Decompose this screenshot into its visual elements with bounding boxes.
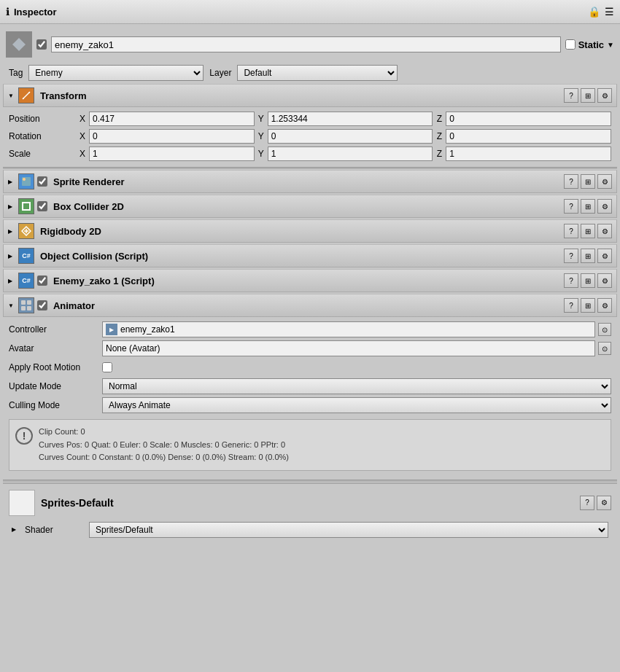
animator-title: Animator: [50, 300, 561, 311]
static-label: Static: [578, 39, 604, 50]
svg-rect-10: [21, 300, 26, 305]
rotation-x-input[interactable]: [89, 129, 255, 144]
animator-info-text: Clip Count: 0 Curves Pos: 0 Quat: 0 Eule…: [39, 426, 289, 464]
controller-dot-btn[interactable]: ⊙: [598, 323, 611, 336]
scale-label: Scale: [9, 149, 74, 159]
object-icon: [6, 31, 32, 58]
svg-rect-6: [23, 203, 30, 210]
avatar-dot-btn[interactable]: ⊙: [598, 342, 611, 355]
transform-collapse[interactable]: ▼: [8, 93, 14, 99]
object-collision-help-btn[interactable]: ?: [564, 249, 578, 263]
scale-z-input[interactable]: [446, 146, 611, 161]
sprites-help-btn[interactable]: ?: [580, 496, 594, 510]
animator-layout-btn[interactable]: ⊞: [581, 298, 595, 313]
sprites-gear-btn[interactable]: ⚙: [597, 496, 611, 510]
rigidbody-collapse[interactable]: ▶: [8, 228, 12, 235]
transform-help-btn[interactable]: ?: [564, 88, 578, 103]
static-dropdown-arrow[interactable]: ▼: [607, 41, 614, 49]
animator-icon: [18, 297, 34, 313]
enemy-script-gear-btn[interactable]: ⚙: [597, 273, 612, 288]
scale-y-input[interactable]: [268, 146, 433, 161]
scale-z-label: Z: [434, 149, 444, 159]
enemy-script-icon: C#: [18, 273, 34, 289]
rotation-y-label: Y: [256, 131, 266, 141]
box-collider-header: ▶ Box Collider 2D ? ⊞ ⚙: [3, 195, 617, 218]
animator-section: ▼ Animator ? ⊞ ⚙ Controller: [3, 294, 617, 478]
title-bar-left: ℹ Inspector: [6, 6, 57, 17]
animator-collapse[interactable]: ▼: [8, 302, 14, 309]
sprites-shader-row: ▶ Shader Sprites/Default: [6, 519, 614, 541]
sprite-renderer-header: ▶ Sprite Renderer ? ⊞ ⚙: [3, 170, 617, 193]
rotation-y-input[interactable]: [268, 129, 433, 144]
title-bar-right: 🔒 ☰: [588, 6, 614, 17]
info-line-1: Clip Count: 0: [39, 426, 289, 439]
title-bar: ℹ Inspector 🔒 ☰: [0, 0, 620, 24]
object-collision-gear-btn[interactable]: ⚙: [597, 249, 612, 263]
transform-title: Transform: [37, 90, 561, 101]
position-x-input[interactable]: [89, 112, 255, 126]
box-collider-icon: [18, 198, 34, 214]
scale-y-label: Y: [256, 149, 266, 159]
info-line-3: Curves Count: 0 Constant: 0 (0.0%) Dense…: [39, 451, 289, 464]
sprite-renderer-checkbox[interactable]: [37, 176, 47, 187]
sprite-renderer-gear-btn[interactable]: ⚙: [597, 174, 612, 189]
enemy-script-help-btn[interactable]: ?: [564, 273, 578, 288]
box-collider-layout-btn[interactable]: ⊞: [581, 199, 595, 214]
rotation-z-label: Z: [434, 131, 444, 141]
rigidbody-layout-btn[interactable]: ⊞: [581, 224, 595, 238]
object-name-input[interactable]: [51, 36, 561, 52]
sprite-renderer-buttons: ? ⊞ ⚙: [564, 174, 612, 189]
animator-checkbox[interactable]: [37, 300, 47, 310]
position-axis-group: X Y Z: [77, 112, 611, 126]
layer-label: Layer: [209, 68, 231, 78]
tag-select[interactable]: Enemy: [28, 65, 204, 81]
sprite-renderer-help-btn[interactable]: ?: [564, 174, 578, 189]
box-collider-checkbox[interactable]: [37, 201, 47, 211]
object-header: Static ▼: [3, 27, 617, 62]
shader-select[interactable]: Sprites/Default: [89, 522, 608, 538]
box-collider-gear-btn[interactable]: ⚙: [597, 199, 612, 214]
rigidbody-help-btn[interactable]: ?: [564, 224, 578, 238]
box-collider-help-btn[interactable]: ?: [564, 199, 578, 214]
rigidbody-gear-btn[interactable]: ⚙: [597, 224, 612, 238]
sprite-renderer-collapse[interactable]: ▶: [8, 179, 12, 185]
animator-info-box: ! Clip Count: 0 Curves Pos: 0 Quat: 0 Eu…: [9, 419, 611, 471]
shader-label: Shader: [25, 525, 83, 535]
object-active-checkbox[interactable]: [36, 39, 47, 50]
lock-icon[interactable]: 🔒: [588, 6, 600, 17]
culling-mode-select[interactable]: Always Animate: [102, 397, 611, 413]
position-z-input[interactable]: [446, 112, 611, 126]
update-mode-select[interactable]: Normal: [102, 378, 611, 394]
transform-layout-btn[interactable]: ⊞: [581, 88, 595, 103]
scale-x-input[interactable]: [89, 146, 255, 161]
object-collision-layout-btn[interactable]: ⊞: [581, 249, 595, 263]
animator-gear-btn[interactable]: ⚙: [597, 298, 612, 313]
sprites-collapse[interactable]: ▶: [12, 526, 16, 533]
object-collision-collapse[interactable]: ▶: [8, 253, 12, 259]
avatar-value: None (Avatar): [106, 343, 160, 353]
enemy-script-checkbox[interactable]: [37, 276, 47, 286]
box-collider-title: Box Collider 2D: [50, 201, 561, 212]
box-collider-section: ▶ Box Collider 2D ? ⊞ ⚙: [3, 195, 617, 218]
position-z-label: Z: [434, 114, 444, 124]
layer-select[interactable]: Default: [237, 65, 398, 81]
menu-icon[interactable]: ☰: [605, 6, 614, 17]
avatar-field: None (Avatar): [102, 340, 595, 356]
controller-value: enemy_zako1: [120, 324, 175, 335]
position-y-label: Y: [256, 114, 266, 124]
scale-axis-group: X Y Z: [77, 146, 611, 161]
rotation-z-input[interactable]: [446, 129, 611, 144]
apply-root-motion-checkbox[interactable]: [102, 362, 112, 372]
enemy-script-layout-btn[interactable]: ⊞: [581, 273, 595, 288]
controller-field-group: ▶ enemy_zako1 ⊙: [102, 321, 611, 337]
transform-gear-btn[interactable]: ⚙: [597, 88, 612, 103]
animator-help-btn[interactable]: ?: [564, 298, 578, 313]
sprite-renderer-layout-btn[interactable]: ⊞: [581, 174, 595, 189]
sprites-title: Sprites-Default: [41, 497, 574, 509]
static-checkbox[interactable]: [565, 39, 576, 50]
update-mode-label: Update Mode: [9, 381, 96, 391]
box-collider-collapse[interactable]: ▶: [8, 203, 12, 210]
enemy-script-collapse[interactable]: ▶: [8, 278, 12, 284]
sprite-renderer-title: Sprite Renderer: [50, 176, 561, 187]
position-y-input[interactable]: [268, 112, 433, 126]
